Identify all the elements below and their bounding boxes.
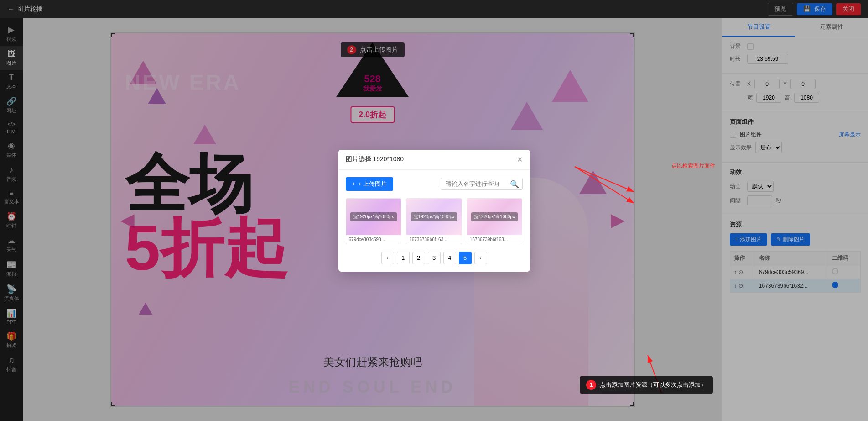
modal-overlay[interactable]: 图片选择 1920*1080 ✕ + + 上传图片 🔍 宽 xyxy=(0,0,868,421)
pagination: ‹ 1 2 3 4 5 › xyxy=(346,252,523,264)
image-thumb-3: 宽1920px*高1080px xyxy=(467,199,522,235)
plus-icon: + xyxy=(352,180,356,187)
search-container: 🔍 xyxy=(441,178,523,190)
image-card-1[interactable]: 宽1920px*高1080px 679dce303c593... xyxy=(346,198,402,244)
img-size-label-1: 宽1920px*高1080px xyxy=(350,212,397,221)
annotation-1: 1 点击添加图片资源（可以多次点击添加） xyxy=(580,376,713,394)
annotation-1-text: 点击添加图片资源（可以多次点击添加） xyxy=(600,381,707,389)
image-grid: 宽1920px*高1080px 679dce303c593... 宽1920px… xyxy=(346,198,523,244)
image-card-2[interactable]: 宽1920px*高1080px 16736739b6f163... xyxy=(406,198,462,244)
page-btn-5[interactable]: 5 xyxy=(459,252,472,264)
annotation-1-badge: 1 xyxy=(586,380,596,390)
prev-page-button[interactable]: ‹ xyxy=(381,252,394,264)
image-thumb-2: 宽1920px*高1080px xyxy=(406,199,462,235)
modal-title: 图片选择 1920*1080 xyxy=(346,155,404,163)
next-page-button[interactable]: › xyxy=(474,252,487,264)
modal-body: + + 上传图片 🔍 宽1920px*高1080px 679dce303c xyxy=(338,170,530,272)
img-size-label-3: 宽1920px*高1080px xyxy=(471,212,518,221)
img-name-3: 16736739b6f163... xyxy=(467,235,522,244)
img-size-label-2: 宽1920px*高1080px xyxy=(411,212,457,221)
image-select-modal: 图片选择 1920*1080 ✕ + + 上传图片 🔍 宽 xyxy=(338,150,530,272)
red-annotation-text: 点以检索图片面件 xyxy=(671,162,715,170)
modal-toolbar: + + 上传图片 🔍 xyxy=(346,177,523,191)
image-thumb-1: 宽1920px*高1080px xyxy=(346,199,401,235)
page-btn-4[interactable]: 4 xyxy=(443,252,456,264)
page-btn-3[interactable]: 3 xyxy=(428,252,441,264)
page-btn-2[interactable]: 2 xyxy=(412,252,425,264)
img-name-2: 16736739b6f163... xyxy=(406,235,462,244)
img-name-1: 679dce303c593... xyxy=(346,235,401,244)
search-icon: 🔍 xyxy=(510,179,519,188)
page-btn-1[interactable]: 1 xyxy=(397,252,410,264)
modal-close-button[interactable]: ✕ xyxy=(517,155,523,164)
modal-header: 图片选择 1920*1080 ✕ xyxy=(338,150,530,170)
upload-image-button[interactable]: + + 上传图片 xyxy=(346,177,394,191)
image-card-3[interactable]: 宽1920px*高1080px 16736739b6f163... xyxy=(467,198,523,244)
